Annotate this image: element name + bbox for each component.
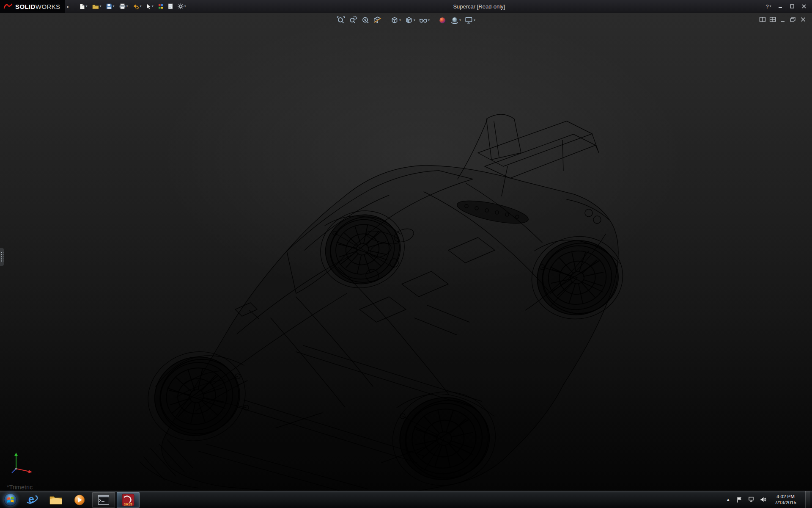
dropdown-arrow-icon[interactable]: ▾ [184, 5, 186, 8]
previous-view-button[interactable] [360, 15, 370, 25]
edit-appearance-button[interactable] [437, 15, 447, 25]
zoom-to-area-icon [349, 16, 357, 25]
titlebar: SOLIDWORKS ▸ ▾ ▾ ▾ ▾ ▾ [0, 0, 812, 13]
folder-icon [49, 495, 62, 505]
network-status-button[interactable] [748, 496, 755, 503]
solidworks-year-badge: 2015 [122, 502, 134, 506]
speaker-icon [760, 497, 767, 502]
taskbar-item-media-player[interactable] [68, 492, 91, 508]
print-icon [119, 3, 126, 9]
ds-logo-icon [3, 3, 13, 10]
menu-expand-arrow[interactable]: ▸ [65, 4, 72, 9]
dropdown-arrow-icon[interactable]: ▾ [399, 19, 401, 22]
dropdown-arrow-icon[interactable]: ▾ [474, 19, 475, 22]
view-orientation-label: *Trimetric [7, 484, 33, 491]
dropdown-arrow-icon[interactable]: ▾ [428, 19, 430, 22]
new-document-icon [80, 3, 85, 10]
file-properties-button[interactable] [166, 2, 175, 11]
restore-document-button[interactable] [789, 16, 797, 23]
internet-explorer-icon: e [26, 494, 38, 506]
minimize-document-icon [779, 17, 786, 22]
maximize-button[interactable] [787, 2, 798, 11]
color-swatch-button[interactable] [156, 3, 165, 11]
hide-show-items-button[interactable]: ▾ [418, 15, 431, 25]
action-center-button[interactable] [736, 496, 743, 503]
brand-works: WORKS [36, 3, 60, 10]
taskbar-item-windows-explorer[interactable] [44, 492, 67, 508]
dropdown-arrow-icon[interactable]: ▾ [86, 5, 88, 8]
graphics-area[interactable]: ▾ ▾ ▾ ▾ ▾ [0, 13, 812, 491]
show-hidden-icons-button[interactable]: ▲ [725, 496, 732, 503]
help-button[interactable]: ? ▾ [763, 2, 774, 11]
open-folder-icon [92, 4, 99, 9]
apply-scene-button[interactable]: ▾ [450, 15, 462, 25]
featuremanager-splitter-handle[interactable] [0, 248, 4, 266]
close-document-icon [800, 17, 807, 22]
section-view-icon [373, 16, 382, 25]
solidworks-window: SOLIDWORKS ▸ ▾ ▾ ▾ ▾ ▾ [0, 0, 812, 508]
options-gear-icon [178, 3, 184, 9]
minimize-document-button[interactable] [779, 16, 787, 23]
zoom-to-fit-button[interactable] [336, 15, 346, 25]
orientation-triad[interactable] [9, 448, 36, 475]
new-document-button[interactable]: ▾ [78, 2, 89, 11]
options-button[interactable]: ▾ [176, 2, 188, 11]
zoom-to-area-button[interactable] [348, 15, 358, 25]
display-style-button[interactable]: ▾ [404, 15, 416, 25]
ie-orbit-ring-icon [26, 494, 38, 506]
brand-solid: SOLID [15, 3, 36, 10]
volume-button[interactable] [760, 496, 767, 503]
minimize-button[interactable] [775, 2, 786, 11]
window-controls: ? ▾ [763, 2, 812, 11]
dropdown-arrow-icon[interactable]: ▾ [126, 5, 128, 8]
view-settings-button[interactable]: ▾ [464, 15, 476, 25]
section-view-button[interactable] [373, 15, 383, 25]
apply-scene-icon [450, 16, 459, 25]
close-icon [801, 4, 807, 9]
pane-grid-icon [769, 17, 776, 22]
windows-start-orb-icon [3, 493, 17, 507]
dropdown-arrow-icon[interactable]: ▾ [414, 19, 415, 22]
pane-split-button[interactable] [759, 16, 766, 23]
color-swatch-icon [158, 4, 163, 9]
taskbar-item-command-prompt[interactable] [92, 492, 115, 508]
close-button[interactable] [798, 2, 809, 11]
show-desktop-button[interactable] [805, 491, 810, 508]
document-title: Supercar [Read-only] [453, 3, 505, 10]
zoom-to-fit-icon [337, 16, 345, 25]
pane-grid-button[interactable] [769, 16, 776, 23]
taskbar-item-solidworks[interactable]: 2015 [116, 492, 140, 508]
undo-button[interactable]: ▾ [131, 3, 143, 11]
hide-show-glasses-icon [419, 16, 428, 25]
undo-icon [133, 4, 139, 9]
clock-date: 7/13/2015 [775, 500, 796, 505]
maximize-icon [790, 4, 795, 9]
start-button[interactable] [0, 491, 20, 508]
taskbar-clock[interactable]: 4:02 PM 7/13/2015 [771, 494, 800, 505]
dropdown-arrow-icon[interactable]: ▾ [459, 19, 461, 22]
brand-text: SOLIDWORKS [15, 3, 60, 10]
dropdown-arrow-icon[interactable]: ▾ [100, 5, 102, 8]
view-orientation-cube-icon [390, 16, 399, 25]
dropdown-arrow-icon[interactable]: ▾ [140, 5, 142, 8]
close-document-button[interactable] [799, 16, 807, 23]
windows-taskbar: e [0, 491, 812, 508]
save-button[interactable]: ▾ [104, 2, 116, 11]
dropdown-arrow-icon[interactable]: ▾ [152, 5, 154, 8]
action-center-flag-icon [736, 497, 743, 503]
heads-up-view-toolbar: ▾ ▾ ▾ ▾ ▾ [336, 15, 476, 25]
select-button[interactable]: ▾ [145, 2, 155, 11]
clock-time: 4:02 PM [775, 494, 796, 500]
x-axis-red [16, 469, 30, 472]
view-orientation-button[interactable]: ▾ [390, 15, 402, 25]
open-button[interactable]: ▾ [91, 3, 103, 11]
dropdown-arrow-icon[interactable]: ▾ [113, 5, 115, 8]
media-player-icon [74, 494, 85, 506]
command-prompt-icon [98, 495, 109, 505]
dropdown-arrow-icon[interactable]: ▾ [770, 5, 771, 8]
print-button[interactable]: ▾ [118, 2, 130, 11]
taskbar-item-internet-explorer[interactable]: e [21, 492, 44, 508]
solidworks-app-icon: 2015 [122, 494, 134, 506]
quick-access-toolbar: ▾ ▾ ▾ ▾ ▾ ▾ [78, 2, 188, 11]
car-wireframe [0, 13, 812, 491]
